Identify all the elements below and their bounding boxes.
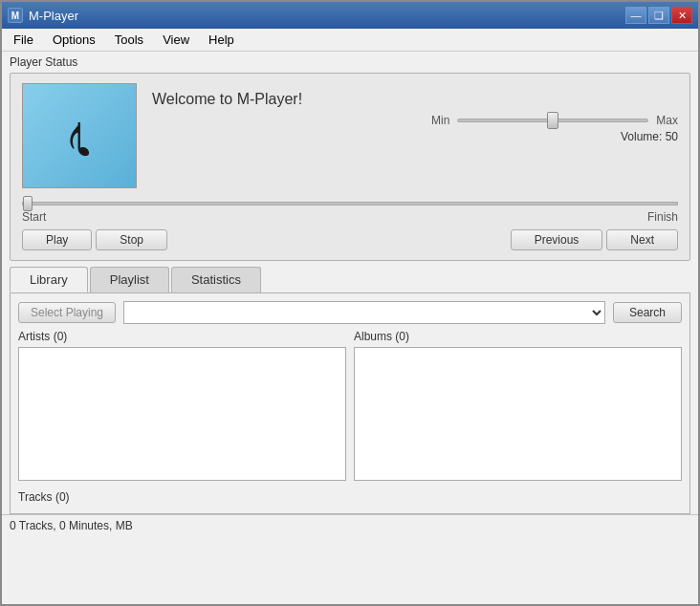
title-bar-left: M M-Player — [8, 8, 78, 23]
progress-slider[interactable] — [22, 202, 678, 206]
controls-right: Previous Next — [511, 229, 678, 250]
title-bar: M M-Player — ❑ ✕ — [2, 2, 698, 29]
menu-view[interactable]: View — [155, 31, 197, 49]
next-button[interactable]: Next — [606, 229, 678, 250]
albums-label: Albums (0) — [354, 330, 682, 343]
status-bar: 0 Tracks, 0 Minutes, MB — [2, 514, 698, 535]
title-bar-controls: — ❑ ✕ — [625, 7, 692, 24]
volume-slider[interactable] — [457, 119, 648, 122]
albums-list[interactable] — [354, 347, 682, 481]
app-icon: M — [8, 8, 23, 23]
tabs-section: Library Playlist Statistics Select Playi… — [10, 267, 690, 514]
library-toolbar: Select Playing Search — [18, 301, 682, 324]
player-top: ♪ Welcome to M-Player! Min Max Volume: 5… — [22, 83, 678, 188]
main-window: M M-Player — ❑ ✕ File Options Tools View… — [0, 0, 700, 606]
player-status-label: Player Status — [2, 52, 698, 71]
tab-library[interactable]: Library — [10, 267, 88, 292]
album-art: ♪ — [22, 83, 137, 188]
volume-min-label: Min — [431, 114, 449, 127]
select-playing-button[interactable]: Select Playing — [18, 302, 116, 323]
previous-button[interactable]: Previous — [511, 229, 603, 250]
artists-list[interactable] — [18, 347, 346, 481]
player-area: ♪ Welcome to M-Player! Min Max Volume: 5… — [10, 73, 690, 261]
welcome-text: Welcome to M-Player! — [152, 83, 678, 108]
library-grid: Artists (0) Albums (0) — [18, 330, 682, 481]
volume-section: Min Max Volume: 50 — [152, 114, 678, 143]
progress-start-label: Start — [22, 210, 46, 224]
menu-file[interactable]: File — [6, 31, 41, 49]
menu-bar: File Options Tools View Help — [2, 29, 698, 52]
tracks-label: Tracks (0) — [18, 490, 682, 504]
tracks-section: Tracks (0) — [18, 490, 682, 506]
close-button[interactable]: ✕ — [671, 7, 692, 24]
menu-help[interactable]: Help — [201, 31, 242, 49]
controls-row: Play Stop Previous Next — [22, 229, 678, 250]
volume-slider-row: Min Max — [152, 114, 678, 127]
tab-content-library: Select Playing Search Artists (0) Albums… — [10, 292, 690, 514]
music-note-icon: ♪ — [64, 105, 95, 166]
albums-section: Albums (0) — [354, 330, 682, 481]
player-info: Welcome to M-Player! Min Max Volume: 50 — [152, 83, 678, 143]
status-text: 0 Tracks, 0 Minutes, MB — [10, 519, 133, 532]
progress-section: Start Finish — [22, 194, 678, 224]
progress-finish-label: Finish — [647, 210, 678, 224]
library-dropdown[interactable] — [123, 301, 605, 324]
menu-options[interactable]: Options — [45, 31, 103, 49]
tab-statistics[interactable]: Statistics — [171, 267, 261, 292]
artists-label: Artists (0) — [18, 330, 346, 343]
controls-left: Play Stop — [22, 229, 167, 250]
stop-button[interactable]: Stop — [96, 229, 167, 250]
play-button[interactable]: Play — [22, 229, 92, 250]
tabs-header: Library Playlist Statistics — [10, 267, 690, 292]
volume-value-text: Volume: 50 — [621, 130, 678, 143]
restore-button[interactable]: ❑ — [648, 7, 669, 24]
minimize-button[interactable]: — — [625, 7, 646, 24]
window-title: M-Player — [29, 9, 78, 23]
artists-section: Artists (0) — [18, 330, 346, 481]
progress-labels: Start Finish — [22, 210, 678, 224]
menu-tools[interactable]: Tools — [107, 31, 151, 49]
tab-playlist[interactable]: Playlist — [90, 267, 169, 292]
search-button[interactable]: Search — [613, 302, 682, 323]
volume-max-label: Max — [656, 114, 678, 127]
